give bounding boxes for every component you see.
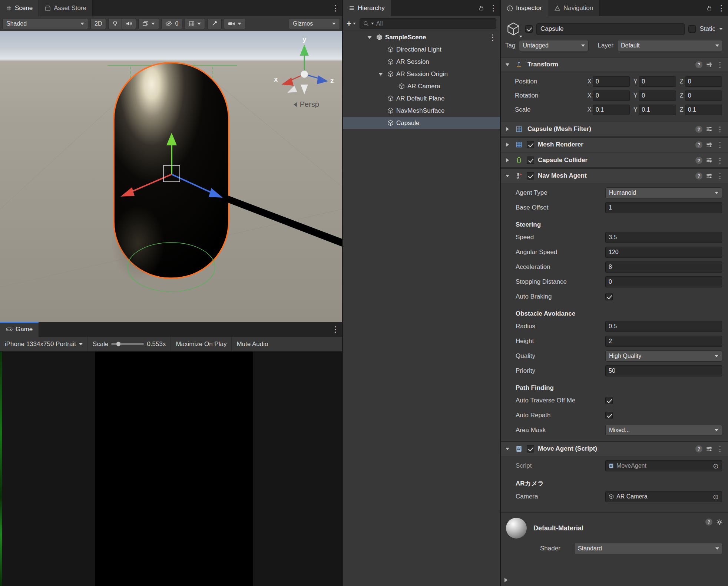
foldout-triangle-icon[interactable]	[504, 448, 511, 450]
auto-repath-checkbox[interactable]	[605, 412, 613, 419]
game-menu-kebab-icon[interactable]: ⋮	[329, 322, 342, 337]
foldout-triangle-icon[interactable]	[504, 63, 511, 66]
auto-braking-checkbox[interactable]	[605, 293, 613, 300]
hierarchy-row-ar-session[interactable]: AR Session	[343, 56, 500, 68]
kebab-icon[interactable]: ⋮	[716, 445, 724, 453]
help-icon[interactable]: ?	[695, 61, 702, 68]
hierarchy-row-capsule[interactable]: Capsule	[343, 117, 500, 129]
component-enabled-checkbox[interactable]	[527, 445, 534, 452]
help-icon[interactable]: ?	[695, 172, 702, 180]
lighting-toggle-button[interactable]	[108, 18, 122, 29]
2d-toggle-button[interactable]: 2D	[90, 18, 106, 29]
stopping-distance-input[interactable]	[605, 276, 722, 287]
object-name-input[interactable]	[536, 23, 685, 35]
component-enabled-checkbox[interactable]	[527, 157, 534, 164]
hierarchy-row-ar-session-origin[interactable]: AR Session Origin	[343, 68, 500, 80]
hierarchy-row-navmeshsurface[interactable]: NavMeshSurface	[343, 105, 500, 117]
auto-traverse-checkbox[interactable]	[605, 397, 613, 404]
foldout-triangle-icon[interactable]	[504, 158, 511, 162]
game-phone-screen[interactable]	[95, 352, 253, 586]
presets-icon[interactable]	[706, 446, 712, 452]
active-checkbox[interactable]	[525, 25, 533, 33]
mesh-renderer-component-header[interactable]: Mesh Renderer ? ⋮	[501, 137, 728, 152]
presets-icon[interactable]	[706, 157, 712, 163]
camera-object-field[interactable]: AR Camera ⊙	[605, 491, 722, 502]
effects-dropdown-button[interactable]	[138, 18, 159, 29]
nav-mesh-agent-component-header[interactable]: Nav Mesh Agent ? ⋮	[501, 168, 728, 183]
axis-x-cone[interactable]	[281, 78, 294, 86]
search-filter-chevron-icon[interactable]	[371, 23, 374, 24]
base-offset-input[interactable]	[605, 202, 722, 213]
rotation-x-input[interactable]	[593, 90, 630, 101]
hierarchy-menu-kebab-icon[interactable]: ⋮	[487, 0, 500, 16]
object-icon[interactable]	[505, 22, 522, 36]
scene-menu-kebab-icon[interactable]: ⋮	[329, 0, 342, 16]
scale-y-input[interactable]	[639, 105, 676, 115]
axis-neg-y-cone[interactable]	[301, 85, 308, 94]
hierarchy-row-directional-light[interactable]: Directional Light	[343, 43, 500, 56]
scene-kebab-icon[interactable]: ⋮	[488, 33, 497, 42]
camera-dropdown-button[interactable]	[224, 18, 245, 29]
script-object-field[interactable]: MoveAgent ⊙	[605, 460, 722, 471]
presets-icon[interactable]	[706, 62, 712, 68]
scale-x-input[interactable]	[593, 105, 630, 115]
hidden-objects-button[interactable]: 0	[161, 18, 182, 29]
gizmos-dropdown[interactable]: Gizmos	[289, 18, 340, 29]
object-picker-icon[interactable]: ⊙	[713, 462, 719, 470]
gear-icon[interactable]	[716, 519, 723, 526]
inspector-menu-kebab-icon[interactable]: ⋮	[715, 0, 728, 16]
area-mask-dropdown[interactable]: Mixed...	[605, 425, 722, 436]
static-checkbox[interactable]	[688, 25, 696, 33]
game-resolution-dropdown[interactable]: iPhone 1334x750 Portrait	[0, 337, 88, 351]
foldout-triangle-icon[interactable]	[364, 36, 374, 39]
foldout-triangle-icon[interactable]	[375, 73, 385, 76]
axis-y-cone[interactable]	[300, 45, 309, 56]
axis-neg-z-cone[interactable]	[287, 86, 297, 93]
agent-type-dropdown[interactable]: Humanoid	[605, 187, 722, 198]
static-flags-chevron-icon[interactable]	[719, 28, 723, 30]
scale-slider-knob[interactable]	[116, 342, 121, 346]
grid-snap-dropdown-button[interactable]	[185, 18, 205, 29]
tab-inspector[interactable]: Inspector	[501, 0, 548, 16]
angular-speed-input[interactable]	[605, 247, 722, 258]
object-picker-icon[interactable]: ⊙	[713, 493, 719, 500]
hierarchy-row-ar-camera[interactable]: AR Camera	[343, 80, 500, 92]
position-x-input[interactable]	[593, 76, 630, 87]
hierarchy-search-box[interactable]	[360, 18, 496, 29]
kebab-icon[interactable]: ⋮	[716, 141, 724, 149]
presets-icon[interactable]	[706, 142, 712, 148]
help-icon[interactable]: ?	[695, 141, 702, 148]
material-preview-sphere[interactable]	[506, 518, 527, 539]
mute-audio-toggle[interactable]: Mute Audio	[232, 337, 273, 351]
scale-slider[interactable]	[111, 343, 144, 345]
game-viewport[interactable]	[0, 352, 342, 586]
capsule-collider-component-header[interactable]: Capsule Collider ? ⋮	[501, 153, 728, 168]
scene-viewport[interactable]: y x z Persp	[0, 31, 342, 322]
audio-toggle-button[interactable]	[122, 18, 136, 29]
shader-dropdown[interactable]: Standard	[574, 543, 723, 554]
radius-input[interactable]	[605, 321, 722, 332]
position-y-input[interactable]	[639, 76, 676, 87]
help-icon[interactable]: ?	[695, 126, 702, 133]
shading-mode-dropdown[interactable]: Shaded	[2, 18, 88, 29]
kebab-icon[interactable]: ⋮	[716, 172, 724, 180]
foldout-triangle-icon[interactable]	[504, 175, 511, 177]
axis-center-ball[interactable]	[301, 70, 308, 78]
component-enabled-checkbox[interactable]	[527, 141, 534, 148]
lock-icon[interactable]	[704, 0, 715, 16]
acceleration-input[interactable]	[605, 261, 722, 273]
foldout-triangle-icon[interactable]	[504, 127, 511, 131]
mesh-filter-component-header[interactable]: Capsule (Mesh Filter) ? ⋮	[501, 122, 728, 136]
presets-icon[interactable]	[706, 126, 712, 132]
create-object-button[interactable]: +	[347, 19, 356, 29]
help-icon[interactable]: ?	[705, 518, 712, 526]
move-agent-component-header[interactable]: Move Agent (Script) ? ⋮	[501, 441, 728, 456]
maximize-on-play-toggle[interactable]: Maximize On Play	[171, 337, 232, 351]
layer-dropdown[interactable]: Default	[617, 40, 723, 51]
tab-navigation[interactable]: Navigation	[548, 0, 599, 16]
tag-dropdown[interactable]: Untagged	[519, 40, 589, 51]
height-input[interactable]	[605, 336, 722, 347]
kebab-icon[interactable]: ⋮	[716, 125, 724, 134]
kebab-icon[interactable]: ⋮	[716, 156, 724, 165]
rotation-y-input[interactable]	[639, 90, 676, 101]
